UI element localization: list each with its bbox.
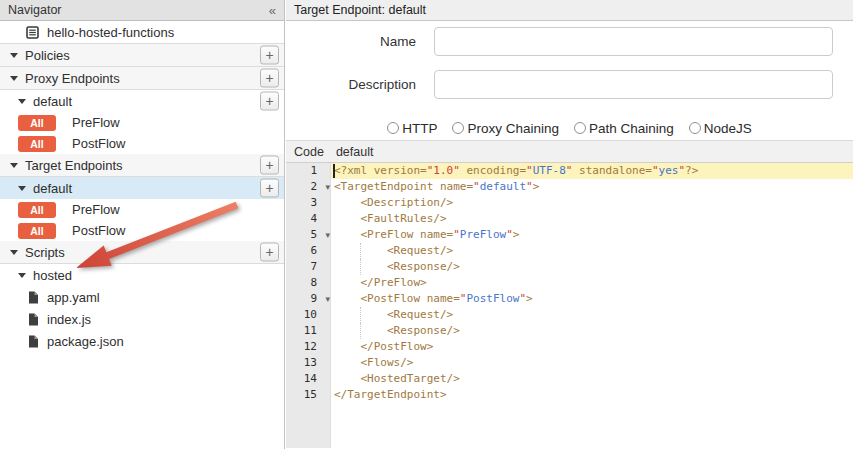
radio-http[interactable]: HTTP	[387, 121, 437, 136]
expand-triangle-icon[interactable]	[10, 163, 18, 168]
code-tab-bar: Code default	[286, 140, 853, 163]
navigator-header: Navigator «	[0, 0, 284, 21]
expand-triangle-icon[interactable]	[18, 186, 26, 191]
code-text[interactable]: <HostedTarget/>	[331, 371, 853, 387]
line-number: 14	[286, 371, 331, 387]
line-number: 6	[286, 243, 331, 259]
code-line[interactable]: 8 </PreFlow>	[286, 275, 853, 291]
flow-condition-badge: All	[18, 223, 56, 239]
code-text[interactable]: </TargetEndpoint>	[331, 387, 853, 403]
code-line[interactable]: 10 <Request/>	[286, 307, 853, 323]
sidebar-item-hosted-folder[interactable]: hosted	[0, 264, 284, 286]
add-policy-button[interactable]: +	[260, 46, 279, 65]
sidebar-item-file-package-json[interactable]: package.json	[0, 330, 284, 352]
code-text[interactable]: <Flows/>	[331, 355, 853, 371]
line-number: 2▾	[286, 179, 331, 195]
code-text[interactable]: <Response/>	[331, 323, 853, 339]
radio-icon[interactable]	[452, 122, 464, 134]
sidebar-item-proxy-postflow[interactable]: All PostFlow	[0, 133, 284, 154]
radio-icon[interactable]	[574, 122, 586, 134]
indent-guide	[360, 307, 361, 323]
file-icon	[28, 335, 39, 348]
section-label-proxy-endpoints: Proxy Endpoints	[25, 71, 120, 86]
sidebar-item-proxy-default[interactable]: default +	[0, 90, 284, 112]
code-text[interactable]: <?xml version="1.0" encoding="UTF-8" sta…	[331, 163, 853, 179]
add-target-flow-button[interactable]: +	[260, 179, 279, 198]
sidebar-item-target-postflow[interactable]: All PostFlow	[0, 220, 284, 241]
sidebar-item-proxy-preflow[interactable]: All PreFlow	[0, 112, 284, 133]
code-line[interactable]: 11 <Response/>	[286, 323, 853, 339]
code-text[interactable]: <Response/>	[331, 259, 853, 275]
indent-guide	[360, 243, 361, 259]
fold-icon[interactable]: ▾	[325, 291, 330, 307]
code-line[interactable]: 13 <Flows/>	[286, 355, 853, 371]
radio-proxy-chaining[interactable]: Proxy Chaining	[452, 121, 559, 136]
expand-triangle-icon[interactable]	[18, 273, 26, 278]
code-lines: 1<?xml version="1.0" encoding="UTF-8" st…	[286, 163, 853, 403]
radio-icon[interactable]	[387, 122, 399, 134]
code-text[interactable]: <FaultRules/>	[331, 211, 853, 227]
code-line[interactable]: 12 </PostFlow>	[286, 339, 853, 355]
code-line[interactable]: 15</TargetEndpoint>	[286, 387, 853, 403]
radio-label: HTTP	[402, 121, 437, 136]
section-label-policies: Policies	[25, 48, 70, 63]
description-field[interactable]	[434, 70, 833, 99]
code-text[interactable]: </PreFlow>	[331, 275, 853, 291]
fold-icon[interactable]: ▾	[325, 227, 330, 243]
radio-nodejs[interactable]: NodeJS	[689, 121, 752, 136]
code-text[interactable]: </PostFlow>	[331, 339, 853, 355]
expand-triangle-icon[interactable]	[18, 99, 26, 104]
add-proxy-flow-button[interactable]: +	[260, 92, 279, 111]
bundle-label: hello-hosted-functions	[47, 25, 174, 40]
proxy-default-label: default	[33, 94, 72, 109]
code-text[interactable]: <PostFlow name="PostFlow">	[331, 291, 853, 307]
code-line[interactable]: 9▾ <PostFlow name="PostFlow">	[286, 291, 853, 307]
radio-icon[interactable]	[689, 122, 701, 134]
apigee-proxy-editor: Navigator « hello-hosted-functions Polic…	[0, 0, 853, 449]
name-label: Name	[286, 34, 416, 49]
expand-triangle-icon[interactable]	[10, 250, 18, 255]
flow-condition-badge: All	[18, 202, 56, 218]
code-line[interactable]: 14 <HostedTarget/>	[286, 371, 853, 387]
collapse-sidebar-icon[interactable]: «	[269, 3, 276, 18]
file-icon	[28, 291, 39, 304]
sidebar-item-bundle[interactable]: hello-hosted-functions	[0, 21, 284, 44]
sidebar-item-target-default[interactable]: default +	[0, 177, 284, 199]
sidebar-section-target-endpoints[interactable]: Target Endpoints +	[0, 154, 284, 177]
code-file-name[interactable]: default	[336, 145, 374, 159]
add-target-endpoint-button[interactable]: +	[260, 156, 279, 175]
sidebar-item-target-preflow[interactable]: All PreFlow	[0, 199, 284, 220]
name-field[interactable]	[434, 27, 833, 56]
code-text[interactable]: <TargetEndpoint name="default">	[331, 179, 853, 195]
code-line[interactable]: 5▾ <PreFlow name="PreFlow">	[286, 227, 853, 243]
line-number: 7	[286, 259, 331, 275]
code-line[interactable]: 3 <Description/>	[286, 195, 853, 211]
code-text[interactable]: <PreFlow name="PreFlow">	[331, 227, 853, 243]
expand-triangle-icon[interactable]	[10, 76, 18, 81]
panel-title: Target Endpoint: default	[294, 3, 426, 17]
code-text[interactable]: <Request/>	[331, 307, 853, 323]
sidebar-section-policies[interactable]: Policies +	[0, 44, 284, 67]
radio-path-chaining[interactable]: Path Chaining	[574, 121, 674, 136]
code-text[interactable]: <Description/>	[331, 195, 853, 211]
code-line[interactable]: 4 <FaultRules/>	[286, 211, 853, 227]
fold-icon[interactable]: ▾	[325, 179, 330, 195]
sidebar-item-file-index-js[interactable]: index.js	[0, 308, 284, 330]
code-line[interactable]: 2▾<TargetEndpoint name="default">	[286, 179, 853, 195]
line-number: 11	[286, 323, 331, 339]
line-number: 15	[286, 387, 331, 403]
add-proxy-endpoint-button[interactable]: +	[260, 69, 279, 88]
add-script-button[interactable]: +	[260, 243, 279, 262]
xml-code-editor[interactable]: 1<?xml version="1.0" encoding="UTF-8" st…	[286, 163, 853, 448]
expand-triangle-icon[interactable]	[10, 53, 18, 58]
flow-condition-badge: All	[18, 136, 56, 152]
sidebar-section-scripts[interactable]: Scripts +	[0, 241, 284, 264]
code-line[interactable]: 1<?xml version="1.0" encoding="UTF-8" st…	[286, 163, 853, 179]
code-line[interactable]: 6 <Request/>	[286, 243, 853, 259]
section-label-target-endpoints: Target Endpoints	[25, 158, 123, 173]
sidebar-section-proxy-endpoints[interactable]: Proxy Endpoints +	[0, 67, 284, 90]
code-line[interactable]: 7 <Response/>	[286, 259, 853, 275]
sidebar-item-file-app-yaml[interactable]: app.yaml	[0, 286, 284, 308]
target-default-label: default	[33, 181, 72, 196]
code-text[interactable]: <Request/>	[331, 243, 853, 259]
